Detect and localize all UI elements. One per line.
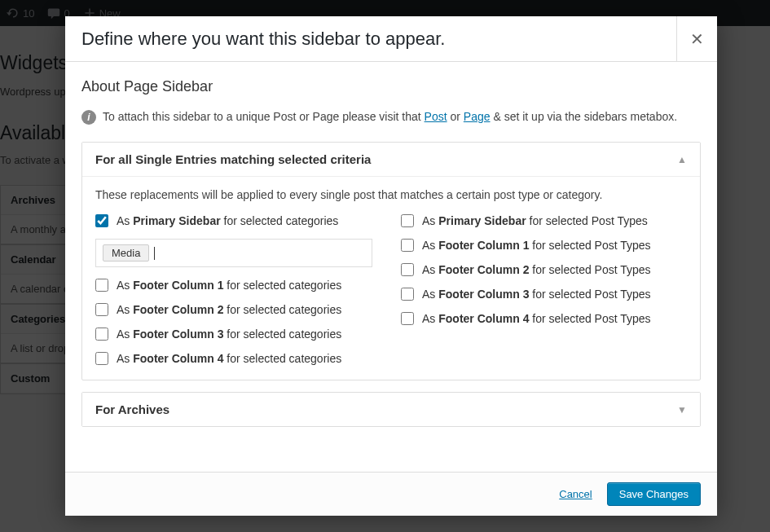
section-header[interactable]: For all Single Entries matching selected… xyxy=(82,143,700,176)
cancel-button[interactable]: Cancel xyxy=(559,488,592,500)
fc4-cat-row[interactable]: As Footer Column 4 for selected categori… xyxy=(95,352,381,365)
fc3-pt-checkbox[interactable] xyxy=(401,288,414,301)
modal-footer: Cancel Save Changes xyxy=(65,472,717,516)
chevron-down-icon: ▼ xyxy=(677,404,687,415)
fc2-pt-checkbox[interactable] xyxy=(401,263,414,276)
sidebar-location-modal: Define where you want this sidebar to ap… xyxy=(65,16,717,516)
fc2-cat-row[interactable]: As Footer Column 2 for selected categori… xyxy=(95,303,381,316)
close-icon: ✕ xyxy=(690,29,704,49)
fc1-cat-row[interactable]: As Footer Column 1 for selected categori… xyxy=(95,279,381,292)
close-button[interactable]: ✕ xyxy=(676,16,717,62)
fc2-pt-row[interactable]: As Footer Column 2 for selected Post Typ… xyxy=(401,263,687,276)
fc2-cat-checkbox[interactable] xyxy=(95,303,108,316)
modal-body: About Page Sidebar i To attach this side… xyxy=(65,62,717,472)
section-title: For Archives xyxy=(95,402,169,416)
tag-media[interactable]: Media xyxy=(103,244,149,262)
section-header[interactable]: For Archives ▼ xyxy=(82,393,700,426)
post-link[interactable]: Post xyxy=(425,110,447,123)
page-link[interactable]: Page xyxy=(464,110,491,123)
fc4-pt-row[interactable]: As Footer Column 4 for selected Post Typ… xyxy=(401,312,687,325)
primary-cat-checkbox[interactable] xyxy=(95,214,108,227)
fc4-cat-checkbox[interactable] xyxy=(95,352,108,365)
fc3-cat-row[interactable]: As Footer Column 3 for selected categori… xyxy=(95,328,381,341)
text-cursor xyxy=(154,247,155,260)
fc3-pt-row[interactable]: As Footer Column 3 for selected Post Typ… xyxy=(401,288,687,301)
categories-column: As Primary Sidebar for selected categori… xyxy=(95,214,381,365)
save-button[interactable]: Save Changes xyxy=(607,482,701,506)
sidebar-name: About Page Sidebar xyxy=(81,78,701,95)
section-title: For all Single Entries matching selected… xyxy=(95,152,371,166)
modal-title: Define where you want this sidebar to ap… xyxy=(81,29,445,50)
category-tag-input[interactable]: Media xyxy=(95,239,372,267)
primary-pt-checkbox[interactable] xyxy=(401,214,414,227)
section-help: These replacements will be applied to ev… xyxy=(95,188,687,201)
fc4-pt-checkbox[interactable] xyxy=(401,312,414,325)
archives-section: For Archives ▼ xyxy=(81,392,701,427)
fc3-cat-checkbox[interactable] xyxy=(95,328,108,341)
info-icon: i xyxy=(81,110,96,125)
single-entries-section: For all Single Entries matching selected… xyxy=(81,142,701,380)
info-message: i To attach this sidebar to a unique Pos… xyxy=(81,108,701,125)
chevron-up-icon: ▲ xyxy=(677,154,687,165)
fc1-pt-checkbox[interactable] xyxy=(401,239,414,252)
post-types-column: As Primary Sidebar for selected Post Typ… xyxy=(401,214,687,365)
info-text: To attach this sidebar to a unique Post … xyxy=(103,108,677,125)
fc1-cat-checkbox[interactable] xyxy=(95,279,108,292)
primary-pt-row[interactable]: As Primary Sidebar for selected Post Typ… xyxy=(401,214,687,227)
modal-header: Define where you want this sidebar to ap… xyxy=(65,16,717,62)
section-body: These replacements will be applied to ev… xyxy=(82,176,700,380)
primary-cat-row[interactable]: As Primary Sidebar for selected categori… xyxy=(95,214,381,227)
fc1-pt-row[interactable]: As Footer Column 1 for selected Post Typ… xyxy=(401,239,687,252)
